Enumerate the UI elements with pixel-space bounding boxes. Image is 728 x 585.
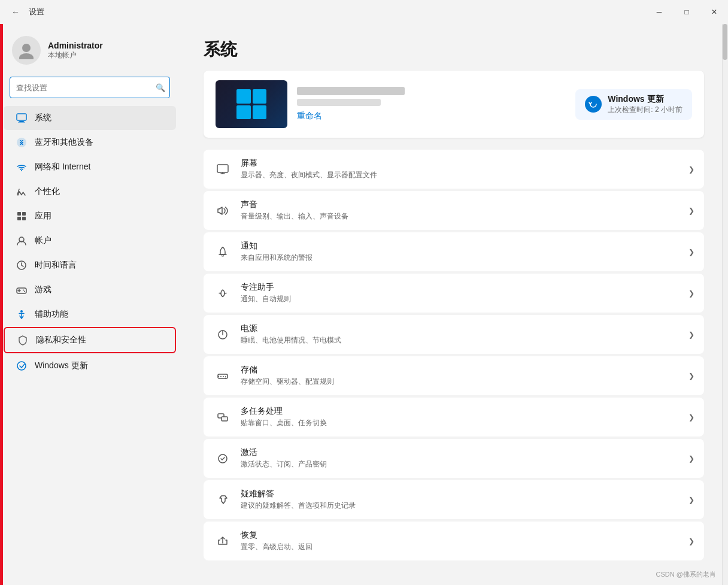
settings-item-power[interactable]: 电源 睡眠、电池使用情况、节电模式 ❯ <box>204 315 704 354</box>
network-icon <box>16 161 28 173</box>
notifications-arrow: ❯ <box>688 248 694 256</box>
settings-item-activation[interactable]: 激活 激活状态、订阅、产品密钥 ❯ <box>204 439 704 478</box>
sidebar-item-windowsupdate-label: Windows 更新 <box>35 360 88 371</box>
sidebar-item-gaming[interactable]: 游戏 <box>4 278 176 302</box>
svg-rect-4 <box>18 122 25 123</box>
svg-point-0 <box>22 44 31 52</box>
sidebar-item-network[interactable]: 网络和 Internet <box>4 155 176 179</box>
recovery-title: 恢复 <box>241 530 684 541</box>
storage-arrow: ❯ <box>688 372 694 380</box>
device-thumbnail <box>216 80 287 128</box>
power-arrow: ❯ <box>688 331 694 339</box>
accounts-icon <box>16 235 28 247</box>
display-arrow: ❯ <box>688 165 694 174</box>
window-controls: ─ □ ✕ <box>645 0 728 24</box>
back-button[interactable]: ← <box>7 4 24 20</box>
user-section[interactable]: Administrator 本地帐户 <box>0 24 180 74</box>
settings-item-sound[interactable]: 声音 音量级别、输出、输入、声音设备 ❯ <box>204 191 704 230</box>
settings-item-notifications[interactable]: 通知 来自应用和系统的警报 ❯ <box>204 232 704 271</box>
search-input[interactable] <box>10 77 170 98</box>
troubleshoot-title: 疑难解答 <box>241 489 684 499</box>
svg-point-29 <box>225 377 226 378</box>
device-model-blurred <box>297 99 381 106</box>
svg-rect-11 <box>22 217 26 220</box>
windowsupdate-icon <box>16 360 28 372</box>
sidebar-item-accessibility[interactable]: 辅助功能 <box>4 302 176 326</box>
display-subtitle: 显示器、亮度、夜间模式、显示器配置文件 <box>241 170 684 180</box>
search-icon: 🔍 <box>156 83 165 92</box>
recovery-text: 恢复 置零、高级启动、返回 <box>241 530 684 552</box>
display-text: 屏幕 显示器、亮度、夜间模式、显示器配置文件 <box>241 158 684 180</box>
settings-item-storage[interactable]: 存储 存储空间、驱动器、配置规则 ❯ <box>204 356 704 395</box>
watermark: CSDN @佛系的老肖 <box>656 570 716 579</box>
avatar <box>12 36 41 65</box>
sidebar-item-accounts[interactable]: 帐户 <box>4 229 176 253</box>
troubleshoot-text: 疑难解答 建议的疑难解答、首选项和历史记录 <box>241 489 684 511</box>
time-icon <box>16 259 28 271</box>
storage-title: 存储 <box>241 365 684 375</box>
app-container: Administrator 本地帐户 🔍 系统 <box>0 24 728 585</box>
multitask-icon <box>213 408 232 427</box>
settings-item-focus[interactable]: 专注助手 通知、自动规则 ❯ <box>204 274 704 313</box>
svg-point-1 <box>19 53 34 59</box>
sound-arrow: ❯ <box>688 207 694 215</box>
win11-pane-1 <box>236 89 251 104</box>
sidebar-item-personalization[interactable]: 个性化 <box>4 180 176 204</box>
device-rename-link[interactable]: 重命名 <box>297 111 566 122</box>
title-bar: ← 设置 ─ □ ✕ <box>0 0 728 24</box>
maximize-button[interactable]: □ <box>673 0 700 24</box>
activation-arrow: ❯ <box>688 454 694 463</box>
win11-pane-2 <box>253 89 267 104</box>
sidebar-nav: 系统 蓝牙和其他设备 <box>0 105 180 585</box>
storage-subtitle: 存储空间、驱动器、配置规则 <box>241 377 684 387</box>
svg-point-18 <box>24 291 25 292</box>
power-title: 电源 <box>241 323 684 334</box>
sidebar-item-accounts-label: 帐户 <box>35 235 51 246</box>
sidebar-item-time[interactable]: 时间和语言 <box>4 253 176 277</box>
sidebar-item-time-label: 时间和语言 <box>35 260 77 271</box>
focus-text: 专注助手 通知、自动规则 <box>241 282 684 304</box>
settings-item-recovery[interactable]: 恢复 置零、高级启动、返回 ❯ <box>204 522 704 560</box>
settings-item-troubleshoot[interactable]: 疑难解答 建议的疑难解答、首选项和历史记录 ❯ <box>204 480 704 519</box>
svg-rect-9 <box>22 212 26 216</box>
sidebar-item-bluetooth[interactable]: 蓝牙和其他设备 <box>4 131 176 154</box>
update-subtitle: 上次检查时间: 2 小时前 <box>608 105 682 115</box>
scroll-thumb[interactable] <box>723 24 727 60</box>
sidebar-item-accessibility-label: 辅助功能 <box>35 309 68 320</box>
scrollbar[interactable] <box>722 24 728 585</box>
multitask-arrow: ❯ <box>688 413 694 422</box>
sidebar-item-windowsupdate[interactable]: Windows 更新 <box>4 354 176 378</box>
settings-item-multitask[interactable]: 多任务处理 贴靠窗口、桌面、任务切换 ❯ <box>204 398 704 437</box>
windows-update-card[interactable]: Windows 更新 上次检查时间: 2 小时前 <box>575 89 692 120</box>
windows-update-icon <box>585 96 602 113</box>
focus-title: 专注助手 <box>241 282 684 293</box>
recovery-subtitle: 置零、高级启动、返回 <box>241 542 684 552</box>
svg-point-19 <box>20 310 23 313</box>
settings-item-display[interactable]: 屏幕 显示器、亮度、夜间模式、显示器配置文件 ❯ <box>204 150 704 189</box>
multitask-title: 多任务处理 <box>241 406 684 417</box>
svg-rect-2 <box>17 114 26 120</box>
close-button[interactable]: ✕ <box>700 0 728 24</box>
storage-icon <box>213 366 232 386</box>
svg-rect-21 <box>217 165 228 172</box>
minimize-button[interactable]: ─ <box>645 0 673 24</box>
svg-rect-8 <box>17 212 21 216</box>
page-title: 系统 <box>204 38 704 61</box>
sound-icon <box>213 201 232 220</box>
sidebar-item-system[interactable]: 系统 <box>4 106 176 130</box>
system-icon <box>16 112 28 124</box>
sidebar-item-privacy[interactable]: 隐私和安全性 <box>4 327 176 353</box>
focus-icon <box>213 284 232 303</box>
win11-pane-4 <box>253 105 267 120</box>
update-title: Windows 更新 <box>608 94 682 105</box>
svg-rect-31 <box>222 417 228 421</box>
sound-text: 声音 音量级别、输出、输入、声音设备 <box>241 199 684 222</box>
device-name-blurred <box>297 87 405 95</box>
notifications-icon <box>213 243 232 262</box>
sidebar-item-personalization-label: 个性化 <box>35 186 60 197</box>
activation-text: 激活 激活状态、订阅、产品密钥 <box>241 447 684 469</box>
sidebar-item-apps[interactable]: 应用 <box>4 204 176 228</box>
troubleshoot-subtitle: 建议的疑难解答、首选项和历史记录 <box>241 501 684 511</box>
win11-pane-3 <box>236 105 251 120</box>
page-header: 系统 <box>180 24 728 71</box>
